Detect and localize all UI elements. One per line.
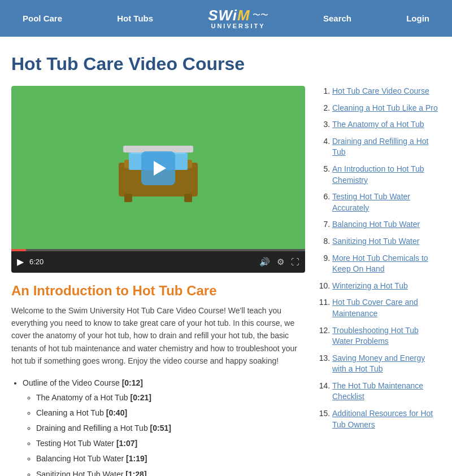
sidebar-link-12[interactable]: Troubleshooting Hot Tub Water Problems <box>332 326 419 346</box>
sidebar-link-15[interactable]: Additional Resources for Hot Tub Owners <box>332 409 433 429</box>
sidebar-item-3: The Anatomy of a Hot Tub <box>332 119 441 130</box>
sidebar-link-8[interactable]: Sanitizing Hot Tub Water <box>332 237 419 246</box>
list-item: Draining and Refilling a Hot Tub [0:51] <box>36 421 305 435</box>
outline-item-text: Balancing Hot Tub Water <box>36 454 124 463</box>
sidebar-link-5[interactable]: An Introduction to Hot Tub Chemistry <box>332 164 424 185</box>
sidebar-item-12: Troubleshooting Hot Tub Water Problems <box>332 325 441 347</box>
logo-swim-text: SWiM <box>208 8 250 23</box>
list-item: The Anatomy of a Hot Tub [0:21] <box>36 391 305 405</box>
sidebar-link-1[interactable]: Hot Tub Care Video Course <box>332 86 429 95</box>
list-item: Testing Hot Tub Water [1:07] <box>36 436 305 451</box>
outline-header-time: [0:12] <box>122 378 143 387</box>
outline-header-text: Outline of the Video Course <box>23 378 120 387</box>
sidebar-link-9[interactable]: More Hot Tub Chemicals to Keep On Hand <box>332 254 428 274</box>
main-content: ▶ 6:20 🔊 ⚙ ⛶ An Introduction to Hot Tub … <box>11 86 305 476</box>
video-extra-controls: 🔊 ⚙ ⛶ <box>259 257 299 267</box>
sidebar-item-4: Draining and Refilling a Hot Tub <box>332 136 441 158</box>
sidebar-link-13[interactable]: Saving Money and Energy with a Hot Tub <box>332 353 425 374</box>
nav-pool-care[interactable]: Pool Care <box>23 14 62 23</box>
sidebar-item-6: Testing Hot Tub Water Accurately <box>332 191 441 213</box>
outline-item-text: Sanitizing Hot Tub Water <box>36 470 123 476</box>
content-layout: ▶ 6:20 🔊 ⚙ ⛶ An Introduction to Hot Tub … <box>11 86 441 476</box>
sidebar-link-14[interactable]: The Hot Tub Maintenance Checklist <box>332 381 423 401</box>
sidebar-item-2: Cleaning a Hot Tub Like a Pro <box>332 103 441 114</box>
outline-list: Outline of the Video Course [0:12] The A… <box>11 376 305 476</box>
fullscreen-icon[interactable]: ⛶ <box>291 257 299 267</box>
video-play-button[interactable] <box>141 151 175 185</box>
svg-rect-5 <box>124 194 132 202</box>
sidebar-link-2[interactable]: Cleaning a Hot Tub Like a Pro <box>332 103 438 112</box>
nav-login[interactable]: Login <box>406 14 429 23</box>
outline-item-time: [0:21] <box>131 393 151 402</box>
sidebar-item-11: Hot Tub Cover Care and Maintenance <box>332 297 441 319</box>
logo-university-text: UNIVERSITY <box>211 23 265 29</box>
sidebar-link-4[interactable]: Draining and Refilling a Hot Tub <box>332 137 428 157</box>
svg-rect-6 <box>184 194 192 202</box>
sidebar-item-7: Balancing Hot Tub Water <box>332 219 441 230</box>
outline-sub-list: The Anatomy of a Hot Tub [0:21] Cleaning… <box>23 391 305 476</box>
video-player: ▶ 6:20 🔊 ⚙ ⛶ <box>11 86 305 273</box>
main-nav: Pool Care Hot Tubs SWiM 〜〜 UNIVERSITY Se… <box>0 0 452 37</box>
article-title: An Introduction to Hot Tub Care <box>11 283 305 299</box>
sidebar-item-10: Winterizing a Hot Tub <box>332 281 441 292</box>
list-item: Cleaning a Hot Tub [0:40] <box>36 406 305 420</box>
video-controls: ▶ 6:20 🔊 ⚙ ⛶ <box>11 251 305 273</box>
logo-waves: 〜〜 <box>253 13 268 17</box>
sidebar-item-9: More Hot Tub Chemicals to Keep On Hand <box>332 253 441 275</box>
outline-item-text: Draining and Refilling a Hot Tub <box>36 423 148 433</box>
article-intro: Welcome to the Swim University Hot Tub C… <box>11 304 305 368</box>
sidebar-link-3[interactable]: The Anatomy of a Hot Tub <box>332 120 424 129</box>
sidebar-list: Hot Tub Care Video Course Cleaning a Hot… <box>322 86 441 430</box>
nav-hot-tubs[interactable]: Hot Tubs <box>117 14 153 23</box>
video-progress-fill <box>11 249 26 251</box>
site-logo[interactable]: SWiM 〜〜 UNIVERSITY <box>208 8 268 29</box>
sidebar-item-14: The Hot Tub Maintenance Checklist <box>332 381 441 403</box>
volume-icon[interactable]: 🔊 <box>259 257 270 267</box>
video-frame[interactable] <box>11 86 305 251</box>
video-progress-bar[interactable] <box>11 249 305 251</box>
page-title: Hot Tub Care Video Course <box>11 54 441 75</box>
play-icon[interactable]: ▶ <box>17 256 24 267</box>
list-item: Sanitizing Hot Tub Water [1:28] <box>36 468 305 476</box>
outline-header-item: Outline of the Video Course [0:12] The A… <box>23 376 305 476</box>
outline-item-time: [0:51] <box>150 423 171 433</box>
outline-item-text: The Anatomy of a Hot Tub <box>36 393 128 402</box>
outline-item-time: [1:28] <box>125 470 146 476</box>
outline-item-text: Testing Hot Tub Water <box>36 439 114 448</box>
outline-item-time: [1:19] <box>126 454 147 463</box>
sidebar-link-6[interactable]: Testing Hot Tub Water Accurately <box>332 192 410 212</box>
sidebar-link-11[interactable]: Hot Tub Cover Care and Maintenance <box>332 298 418 318</box>
sidebar: Hot Tub Care Video Course Cleaning a Hot… <box>322 86 441 476</box>
video-controls-bar: ▶ 6:20 🔊 ⚙ ⛶ <box>11 251 305 273</box>
sidebar-item-1: Hot Tub Care Video Course <box>332 86 441 97</box>
sidebar-item-13: Saving Money and Energy with a Hot Tub <box>332 353 441 375</box>
sidebar-link-10[interactable]: Winterizing a Hot Tub <box>332 281 408 290</box>
list-item: Balancing Hot Tub Water [1:19] <box>36 452 305 466</box>
sidebar-link-7[interactable]: Balancing Hot Tub Water <box>332 220 420 229</box>
sidebar-item-8: Sanitizing Hot Tub Water <box>332 236 441 247</box>
nav-search[interactable]: Search <box>323 14 351 23</box>
video-time: 6:20 <box>29 257 254 266</box>
outline-item-time: [1:07] <box>116 439 137 448</box>
settings-icon[interactable]: ⚙ <box>277 257 284 267</box>
sidebar-item-5: An Introduction to Hot Tub Chemistry <box>332 164 441 186</box>
sidebar-item-15: Additional Resources for Hot Tub Owners <box>332 408 441 430</box>
outline-item-time: [0:40] <box>106 408 127 417</box>
page-container: Hot Tub Care Video Course <box>0 37 452 476</box>
outline-item-text: Cleaning a Hot Tub <box>36 408 104 417</box>
